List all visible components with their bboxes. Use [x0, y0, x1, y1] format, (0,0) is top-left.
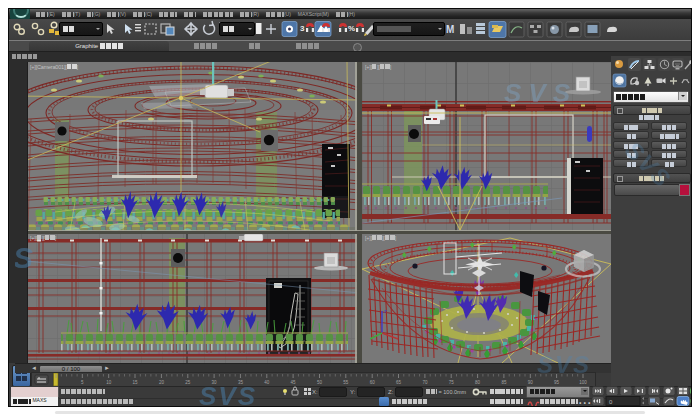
svg-text:50: 50: [317, 380, 323, 385]
svg-text:75: 75: [449, 380, 455, 385]
svg-text:40: 40: [264, 380, 270, 385]
svg-text:60: 60: [370, 380, 376, 385]
svg-text:M: M: [446, 24, 454, 35]
svg-text:10: 10: [106, 380, 112, 385]
svg-text:20: 20: [159, 380, 165, 385]
svg-text:80: 80: [475, 380, 481, 385]
svg-text:95: 95: [554, 380, 560, 385]
svg-text:90: 90: [528, 380, 534, 385]
svg-text:45: 45: [291, 380, 297, 385]
svg-text:25: 25: [185, 380, 191, 385]
svg-text:85: 85: [501, 380, 507, 385]
svg-text:5: 5: [81, 380, 84, 385]
svg-text:65: 65: [396, 380, 402, 385]
svg-text:3: 3: [300, 24, 305, 33]
svg-text:z: z: [384, 308, 387, 314]
svg-text:70: 70: [422, 380, 428, 385]
svg-text:55: 55: [343, 380, 349, 385]
svg-text:100: 100: [579, 380, 587, 385]
svg-text:15: 15: [132, 380, 138, 385]
svg-text:%: %: [348, 24, 355, 33]
